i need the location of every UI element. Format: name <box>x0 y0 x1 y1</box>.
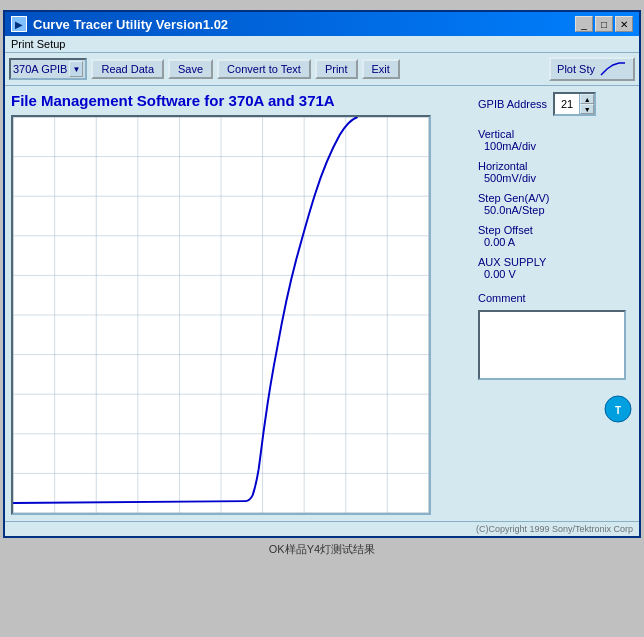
gpib-arrows: ▲ ▼ <box>579 94 594 114</box>
gpib-dropdown-arrow[interactable]: ▼ <box>69 61 83 77</box>
exit-button[interactable]: Exit <box>362 59 400 79</box>
toolbar: 370A GPIB ▼ Read Data Save Convert to Te… <box>5 53 639 86</box>
horizontal-value: 500mV/div <box>478 172 633 184</box>
maximize-button[interactable]: □ <box>595 16 613 32</box>
gpib-select-label: 370A GPIB <box>13 63 67 75</box>
gpib-select[interactable]: 370A GPIB ▼ <box>9 58 87 80</box>
app-window: ▶ Curve Tracer Utility Version1.02 _ □ ✕… <box>3 10 641 538</box>
left-panel: File Management Software for 370A and 37… <box>11 92 470 515</box>
step-offset-param: Step Offset 0.00 A <box>478 224 633 248</box>
plot-style-button[interactable]: Plot Sty <box>549 57 635 81</box>
aux-supply-value: 0.00 V <box>478 268 633 280</box>
read-data-button[interactable]: Read Data <box>91 59 164 79</box>
gpib-down-arrow[interactable]: ▼ <box>580 104 594 114</box>
gpib-up-arrow[interactable]: ▲ <box>580 94 594 104</box>
main-content: File Management Software for 370A and 37… <box>5 86 639 521</box>
save-button[interactable]: Save <box>168 59 213 79</box>
menu-bar: Print Setup <box>5 36 639 53</box>
gpib-spinner[interactable]: 21 ▲ ▼ <box>553 92 596 116</box>
step-offset-value: 0.00 A <box>478 236 633 248</box>
copyright-text: (C)Copyright 1999 Sony/Tektronix Corp <box>476 524 633 534</box>
gpib-value: 21 <box>555 97 579 111</box>
status-bar: (C)Copyright 1999 Sony/Tektronix Corp <box>5 521 639 536</box>
menu-item-print-setup[interactable]: Print Setup <box>11 38 65 50</box>
comment-box[interactable] <box>478 310 626 380</box>
step-gen-param: Step Gen(A/V) 50.0nA/Step <box>478 192 633 216</box>
gpib-address-box: GPIB Address 21 ▲ ▼ <box>478 92 633 116</box>
title-bar: ▶ Curve Tracer Utility Version1.02 _ □ ✕ <box>5 12 639 36</box>
tektronix-logo-icon: T <box>603 394 633 424</box>
step-offset-label: Step Offset <box>478 224 633 236</box>
print-button[interactable]: Print <box>315 59 358 79</box>
title-controls: _ □ ✕ <box>575 16 633 32</box>
vertical-value: 100mA/div <box>478 140 633 152</box>
title-bar-left: ▶ Curve Tracer Utility Version1.02 <box>11 16 228 32</box>
plot-style-label: Plot Sty <box>557 63 595 75</box>
convert-to-text-button[interactable]: Convert to Text <box>217 59 311 79</box>
svg-text:T: T <box>615 405 621 416</box>
chart-svg <box>13 117 429 513</box>
right-panel: GPIB Address 21 ▲ ▼ Vertical 100mA/div H… <box>478 92 633 515</box>
vertical-label: Vertical <box>478 128 633 140</box>
gpib-address-label: GPIB Address <box>478 98 547 110</box>
aux-supply-label: AUX SUPPLY <box>478 256 633 268</box>
vertical-param: Vertical 100mA/div <box>478 128 633 152</box>
logo-area: T <box>478 394 633 424</box>
app-icon: ▶ <box>11 16 27 32</box>
close-button[interactable]: ✕ <box>615 16 633 32</box>
chart-area <box>11 115 431 515</box>
minimize-button[interactable]: _ <box>575 16 593 32</box>
step-gen-value: 50.0nA/Step <box>478 204 633 216</box>
horizontal-label: Horizontal <box>478 160 633 172</box>
step-gen-label: Step Gen(A/V) <box>478 192 633 204</box>
aux-supply-param: AUX SUPPLY 0.00 V <box>478 256 633 280</box>
caption-text: OK样品Y4灯测试结果 <box>0 542 644 557</box>
file-management-title: File Management Software for 370A and 37… <box>11 92 470 109</box>
plot-style-icon <box>599 61 627 77</box>
window-title: Curve Tracer Utility Version1.02 <box>33 17 228 32</box>
comment-label: Comment <box>478 292 633 304</box>
horizontal-param: Horizontal 500mV/div <box>478 160 633 184</box>
